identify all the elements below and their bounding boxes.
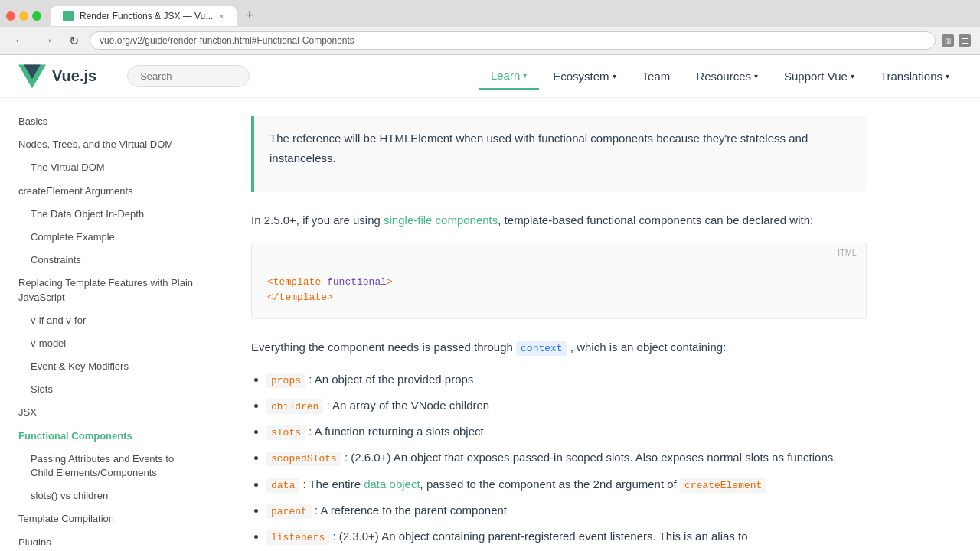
- tab-bar: Render Functions & JSX — Vu... × +: [0, 0, 980, 27]
- minimize-window-button[interactable]: [19, 11, 28, 21]
- sidebar-item-event-&-key-modifiers[interactable]: Event & Key Modifiers: [0, 355, 214, 378]
- caret-icon: ▾: [946, 72, 949, 80]
- reload-button[interactable]: ↻: [64, 32, 83, 50]
- data-object-link[interactable]: data object: [364, 478, 420, 491]
- search-input[interactable]: [127, 65, 250, 87]
- data-text2: , passed to the component as the 2nd arg…: [420, 478, 680, 491]
- sidebar-item-complete-example[interactable]: Complete Example: [0, 226, 214, 249]
- code-tag-close: </template>: [267, 292, 333, 303]
- para1-pre: In 2.5.0+, if you are using: [251, 214, 384, 227]
- code-block-body: <template functional> </template>: [252, 262, 866, 319]
- sidebar-item-slots-vs-children[interactable]: slots() vs children: [0, 484, 214, 507]
- sidebar-item-nodes,-trees,-and-the-virtual-dom[interactable]: Nodes, Trees, and the Virtual DOM: [0, 133, 214, 156]
- sidebar-item-the-virtual-dom[interactable]: The Virtual DOM: [0, 156, 214, 179]
- list-item-listeners: listeners : (2.3.0+) An object containin…: [266, 527, 867, 545]
- blockquote: The reference will be HTMLElement when u…: [251, 116, 867, 192]
- fullscreen-window-button[interactable]: [32, 11, 41, 21]
- sidebar-item-slots[interactable]: Slots: [0, 378, 214, 401]
- sidebar-item-functional-components[interactable]: Functional Components: [0, 425, 214, 448]
- caret-icon: ▾: [612, 72, 616, 80]
- nav-link-resources[interactable]: Resources▾: [684, 64, 770, 89]
- code-tag-open: <template: [267, 276, 327, 288]
- sidebar-item-passing-attributes-and-events-to-child-elements-components[interactable]: Passing Attributes and Events to Child E…: [0, 448, 214, 484]
- url-bar[interactable]: vue.org/v2/guide/render-function.html#Fu…: [90, 31, 936, 50]
- code-attr-functional: functional: [327, 276, 387, 288]
- logo[interactable]: Vue.js: [18, 63, 96, 90]
- browser-chrome: Render Functions & JSX — Vu... × + ← → ↻…: [0, 0, 980, 55]
- slots-text: : A function returning a slots object: [309, 425, 483, 438]
- scopedslots-code: scopedSlots: [266, 452, 341, 466]
- context-list: props : An object of the provided props …: [266, 370, 867, 545]
- nav-link-learn[interactable]: Learn▾: [479, 63, 539, 90]
- createelement-code: createElement: [680, 478, 766, 493]
- para1: In 2.5.0+, if you are using single-file …: [251, 210, 867, 230]
- back-button[interactable]: ←: [9, 32, 31, 49]
- parent-text: : A reference to the parent component: [315, 504, 507, 517]
- nav-link-support-vue[interactable]: Support Vue▾: [772, 64, 867, 89]
- sidebar-item-v-if-and-v-for[interactable]: v-if and v-for: [0, 309, 214, 332]
- para1-post: , template-based functional components c…: [498, 214, 813, 227]
- code-block-header: HTML: [252, 243, 866, 262]
- nav-link-translations[interactable]: Translations▾: [868, 64, 962, 89]
- slots-code: slots: [266, 425, 305, 440]
- menu-icon[interactable]: ☰: [959, 34, 971, 47]
- list-item-scoped-slots: scopedSlots : (2.6.0+) An object that ex…: [266, 448, 867, 468]
- props-code: props: [266, 373, 305, 388]
- tab-close-button[interactable]: ×: [219, 11, 224, 21]
- logo-text: Vue.js: [52, 67, 96, 85]
- sidebar-item-jsx[interactable]: JSX: [0, 401, 214, 424]
- app: Vue.js Learn▾Ecosystem▾TeamResources▾Sup…: [0, 55, 980, 545]
- nav-link-ecosystem[interactable]: Ecosystem▾: [541, 64, 628, 89]
- children-text: : An array of the VNode children: [327, 399, 490, 412]
- scopedslots-text: : (2.6.0+) An object that exposes passed…: [345, 451, 836, 464]
- new-tab-button[interactable]: +: [240, 5, 260, 27]
- listeners-code: listeners: [266, 530, 329, 545]
- active-tab[interactable]: Render Functions & JSX — Vu... ×: [51, 6, 237, 26]
- sidebar-item-replacing-template-features-with-plain-javascript[interactable]: Replacing Template Features with Plain J…: [0, 272, 214, 308]
- list-item-props: props : An object of the provided props: [266, 370, 867, 390]
- close-window-button[interactable]: [6, 11, 15, 21]
- tab-title: Render Functions & JSX — Vu...: [80, 11, 213, 21]
- url-text: vue.org/v2/guide/render-function.html#Fu…: [100, 35, 354, 46]
- para2: Everything the component needs is passed…: [251, 337, 867, 357]
- data-code: data: [266, 478, 299, 493]
- data-text: : The entire: [302, 478, 364, 491]
- code-block: HTML <template functional> </template>: [251, 243, 867, 320]
- sidebar-item-basics[interactable]: Basics: [0, 110, 214, 133]
- nav-link-team[interactable]: Team: [630, 64, 683, 89]
- browser-icons: ⊞ ☰: [942, 34, 971, 47]
- caret-icon: ▾: [851, 72, 854, 80]
- extensions-icon[interactable]: ⊞: [942, 34, 954, 47]
- code-tag-close-open: >: [387, 276, 393, 288]
- sidebar-item-createelement-arguments[interactable]: createElement Arguments: [0, 180, 214, 203]
- address-bar: ← → ↻ vue.org/v2/guide/render-function.h…: [0, 27, 980, 54]
- sidebar: BasicsNodes, Trees, and the Virtual DOMT…: [0, 98, 214, 545]
- list-item-children: children : An array of the VNode childre…: [266, 396, 867, 416]
- sidebar-item-plugins[interactable]: Plugins: [0, 531, 214, 545]
- listeners-text: : (2.3.0+) An object containing parent-r…: [332, 530, 747, 543]
- traffic-lights: [6, 11, 41, 21]
- context-code: context: [516, 341, 567, 356]
- list-item-parent: parent : A reference to the parent compo…: [266, 500, 867, 520]
- forward-button[interactable]: →: [37, 32, 58, 49]
- para2-pre: Everything the component needs is passed…: [251, 341, 516, 354]
- parent-code: parent: [266, 504, 312, 519]
- main-layout: BasicsNodes, Trees, and the Virtual DOMT…: [0, 98, 980, 545]
- sidebar-item-template-compilation[interactable]: Template Compilation: [0, 507, 214, 530]
- sidebar-item-the-data-object-in-depth[interactable]: The Data Object In-Depth: [0, 203, 214, 226]
- site-nav: Vue.js Learn▾Ecosystem▾TeamResources▾Sup…: [0, 55, 980, 98]
- sidebar-item-constraints[interactable]: Constraints: [0, 249, 214, 272]
- main-content: The reference will be HTMLElement when u…: [214, 98, 903, 545]
- single-file-components-link[interactable]: single-file components: [384, 214, 498, 227]
- list-item-slots: slots : A function returning a slots obj…: [266, 422, 867, 442]
- caret-icon: ▾: [523, 71, 527, 80]
- nav-links: Learn▾Ecosystem▾TeamResources▾Support Vu…: [479, 63, 962, 90]
- list-item-data: data : The entire data object, passed to…: [266, 474, 867, 494]
- props-text: : An object of the provided props: [309, 373, 473, 386]
- tab-favicon: [63, 11, 74, 21]
- vuejs-logo-icon: [18, 63, 46, 90]
- children-code: children: [266, 399, 323, 414]
- sidebar-item-v-model[interactable]: v-model: [0, 332, 214, 355]
- para2-post: , which is an object containing:: [567, 341, 727, 354]
- blockquote-text: The reference will be HTMLElement when u…: [270, 129, 851, 168]
